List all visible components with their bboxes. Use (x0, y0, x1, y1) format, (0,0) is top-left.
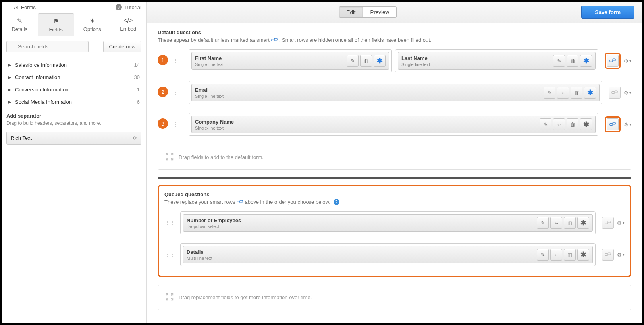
delete-field-button[interactable]: 🗑 (567, 118, 578, 130)
category-count: 30 (134, 74, 140, 80)
pencil-icon: ✎ (557, 58, 561, 64)
smart-row-highlight (605, 116, 621, 132)
trash-icon: 🗑 (570, 122, 575, 128)
row-settings-menu[interactable]: ⚙▾ (624, 122, 631, 128)
view-toggle: Edit Preview (339, 6, 397, 18)
required-toggle[interactable]: ✱ (577, 249, 589, 261)
asterisk-icon: ✱ (583, 56, 589, 65)
pencil-icon: ✎ (544, 122, 548, 128)
move-icon: ✥ (133, 135, 137, 141)
svg-rect-13 (608, 221, 611, 223)
field-type: Single-line text (195, 94, 542, 99)
required-toggle[interactable]: ✱ (577, 217, 589, 229)
edit-field-button[interactable]: ✎ (537, 217, 549, 229)
save-form-button[interactable]: Save form (581, 6, 634, 19)
gear-icon: ⚙ (624, 58, 629, 64)
category-count: 14 (134, 62, 140, 68)
chevron-down-icon: ▾ (623, 221, 625, 225)
pencil-icon: ✎ (2, 17, 38, 25)
help-icon[interactable]: ? (334, 199, 339, 205)
delete-field-button[interactable]: 🗑 (567, 55, 578, 67)
arrows-horizontal-icon: ↔ (557, 122, 562, 128)
tab-details[interactable]: ✎ Details (2, 13, 38, 36)
gear-icon: ✶ (74, 17, 110, 25)
required-toggle[interactable]: ✱ (580, 55, 592, 67)
tutorial-label: Tutorial (124, 4, 141, 10)
svg-rect-8 (610, 124, 613, 126)
tutorial-link[interactable]: ? Tutorial (116, 4, 141, 10)
drag-handle-icon[interactable]: ⋮⋮ (164, 220, 175, 226)
field-name: Number of Employees (187, 217, 535, 223)
resize-field-button[interactable]: ↔ (550, 217, 562, 229)
smart-row-toggle[interactable] (607, 118, 619, 130)
edit-field-button[interactable]: ✎ (540, 118, 551, 130)
tab-fields[interactable]: ⚑ Fields (38, 13, 75, 36)
add-separator-title: Add separator (6, 113, 141, 119)
default-questions-title: Default questions (158, 29, 631, 35)
default-dropzone[interactable]: Drag fields to add to the default form. (158, 145, 631, 170)
required-toggle[interactable]: ✱ (584, 87, 596, 99)
trash-icon: 🗑 (574, 90, 579, 96)
back-to-all-forms[interactable]: ← All Forms (6, 4, 36, 10)
category-social[interactable]: ▶ Social Media Information 6 (6, 96, 141, 108)
drag-handle-icon[interactable]: ⋮⋮ (173, 122, 184, 127)
search-input[interactable] (6, 41, 89, 52)
queued-dropzone[interactable]: Drag replacement fields to get more info… (158, 285, 631, 310)
smart-row-toggle[interactable] (607, 55, 619, 67)
trash-icon: 🗑 (364, 58, 369, 64)
edit-tab[interactable]: Edit (339, 7, 363, 17)
row-settings-menu[interactable]: ⚙▾ (617, 252, 625, 258)
queued-questions-highlight: Queued questions These replace your smar… (158, 185, 631, 277)
add-separator-subtitle: Drag to build headers, separators, and m… (6, 120, 141, 126)
rich-text-draggable[interactable]: Rich Text ✥ (6, 132, 141, 145)
field-type: Single-line text (195, 62, 345, 67)
chevron-right-icon: ▶ (8, 100, 11, 104)
smart-row-toggle[interactable] (602, 217, 614, 229)
arrows-horizontal-icon: ↔ (554, 252, 559, 258)
field-last-name: Last Name Single-line text ✎ 🗑 ✱ (395, 49, 598, 72)
category-contact[interactable]: ▶ Contact Information 30 (6, 71, 141, 83)
tab-options[interactable]: ✶ Options (74, 13, 110, 36)
category-conversion[interactable]: ▶ Conversion Information 1 (6, 83, 141, 96)
category-salesforce[interactable]: ▶ Salesforce Information 14 (6, 59, 141, 71)
delete-field-button[interactable]: 🗑 (564, 249, 576, 261)
resize-field-button[interactable]: ↔ (550, 249, 562, 261)
resize-field-button[interactable]: ↔ (553, 118, 565, 130)
help-icon: ? (116, 4, 122, 10)
drag-handle-icon[interactable]: ⋮⋮ (173, 58, 184, 64)
required-toggle[interactable]: ✱ (580, 118, 592, 130)
svg-rect-10 (237, 201, 240, 203)
field-email: Email Single-line text ✎ ↔ 🗑 ✱ (189, 81, 602, 104)
svg-rect-2 (272, 39, 274, 41)
required-toggle[interactable]: ✱ (374, 55, 386, 67)
edit-field-button[interactable]: ✎ (537, 249, 549, 261)
drag-handle-icon[interactable]: ⋮⋮ (173, 90, 184, 95)
tab-embed[interactable]: </> Embed (110, 13, 147, 36)
field-first-name: First Name Single-line text ✎ 🗑 ✱ (189, 49, 392, 72)
category-label: Social Media Information (15, 99, 72, 105)
row-settings-menu[interactable]: ⚙▾ (624, 90, 631, 96)
delete-field-button[interactable]: 🗑 (360, 55, 372, 67)
row-settings-menu[interactable]: ⚙▾ (617, 220, 625, 226)
flag-icon: ⚑ (38, 17, 74, 25)
smart-row-toggle[interactable] (602, 249, 614, 261)
field-number-of-employees: Number of Employees Dropdown select ✎ ↔ … (180, 211, 596, 234)
dropzone-label: Drag replacement fields to get more info… (179, 294, 312, 300)
asterisk-icon: ✱ (580, 250, 586, 259)
category-label: Contact Information (15, 74, 60, 80)
drag-handle-icon[interactable]: ⋮⋮ (164, 252, 175, 257)
preview-tab[interactable]: Preview (363, 7, 396, 17)
smart-row-toggle[interactable] (609, 87, 621, 99)
resize-field-button[interactable]: ↔ (557, 87, 569, 99)
delete-field-button[interactable]: 🗑 (571, 87, 582, 99)
row-settings-menu[interactable]: ⚙▾ (624, 58, 631, 64)
chevron-right-icon: ▶ (8, 63, 11, 67)
chevron-down-icon: ▾ (629, 122, 631, 126)
create-new-button[interactable]: Create new (103, 41, 141, 52)
edit-field-button[interactable]: ✎ (553, 55, 565, 67)
annotation-badge-3: 3 (158, 118, 168, 129)
edit-field-button[interactable]: ✎ (347, 55, 359, 67)
delete-field-button[interactable]: 🗑 (564, 217, 576, 229)
edit-field-button[interactable]: ✎ (544, 87, 555, 99)
category-count: 6 (137, 99, 140, 105)
